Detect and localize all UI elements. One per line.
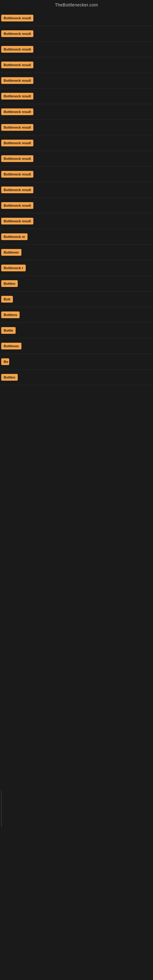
bottleneck-badge-13[interactable]: Bottleneck result <box>1 202 33 209</box>
site-title: TheBottlenecker.com <box>0 0 153 10</box>
bottleneck-badge-20[interactable]: Bottlens <box>1 312 19 318</box>
bottleneck-row-13: Bottleneck result <box>0 198 153 213</box>
bottleneck-badge-7[interactable]: Bottleneck result <box>1 108 33 115</box>
bottleneck-row-3: Bottleneck result <box>0 41 153 57</box>
bottleneck-badge-10[interactable]: Bottleneck result <box>1 155 33 162</box>
bottleneck-row-6: Bottleneck result <box>0 89 153 104</box>
bottleneck-row-18: Bottlen <box>0 276 153 291</box>
bottleneck-badge-17[interactable]: Bottleneck r <box>1 265 26 271</box>
bottleneck-badge-9[interactable]: Bottleneck result <box>1 140 33 146</box>
bottleneck-badge-2[interactable]: Bottleneck result <box>1 30 33 37</box>
bottleneck-row-10: Bottleneck result <box>0 151 153 167</box>
bottleneck-row-17: Bottleneck r <box>0 260 153 276</box>
bottleneck-row-24: Bottlen <box>0 370 153 385</box>
bottleneck-badge-3[interactable]: Bottleneck result <box>1 46 33 52</box>
bottleneck-badge-18[interactable]: Bottlen <box>1 280 18 287</box>
bottleneck-badge-5[interactable]: Bottleneck result <box>1 77 33 84</box>
bottleneck-badge-1[interactable]: Bottleneck result <box>1 15 33 21</box>
bottleneck-badge-8[interactable]: Bottleneck result <box>1 124 33 131</box>
bottleneck-row-1: Bottleneck result <box>0 10 153 26</box>
bottleneck-row-16: Bottlenec <box>0 245 153 260</box>
bottleneck-badge-11[interactable]: Bottleneck result <box>1 171 33 178</box>
bottleneck-row-20: Bottlens <box>0 307 153 323</box>
bottleneck-row-12: Bottleneck result <box>0 182 153 198</box>
bottleneck-row-4: Bottleneck result <box>0 57 153 73</box>
bottleneck-badge-19[interactable]: Bott <box>1 296 13 302</box>
bottleneck-row-5: Bottleneck result <box>0 73 153 89</box>
bottleneck-badge-4[interactable]: Bottleneck result <box>1 62 33 68</box>
bottleneck-badge-6[interactable]: Bottleneck result <box>1 93 33 100</box>
bottleneck-badge-14[interactable]: Bottleneck result <box>1 218 33 224</box>
site-header: TheBottlenecker.com <box>0 0 153 10</box>
bottleneck-row-8: Bottleneck result <box>0 120 153 135</box>
bottleneck-badge-12[interactable]: Bottleneck result <box>1 186 33 193</box>
bottleneck-row-15: Bottleneck re <box>0 229 153 245</box>
bottleneck-row-9: Bottleneck result <box>0 135 153 151</box>
bottleneck-row-11: Bottleneck result <box>0 167 153 182</box>
bottleneck-badge-16[interactable]: Bottlenec <box>1 249 21 256</box>
bottleneck-badge-22[interactable]: Bottlenec <box>1 343 21 350</box>
bottleneck-row-22: Bottlenec <box>0 339 153 354</box>
bottleneck-row-21: Bottle <box>0 323 153 339</box>
bottleneck-row-7: Bottleneck result <box>0 104 153 120</box>
bottleneck-badge-23[interactable]: Bo <box>1 358 9 365</box>
bottleneck-row-14: Bottleneck result <box>0 213 153 229</box>
rows-container: Bottleneck resultBottleneck resultBottle… <box>0 10 153 385</box>
bottleneck-badge-21[interactable]: Bottle <box>1 327 16 334</box>
vertical-line <box>1 790 2 827</box>
bottleneck-badge-24[interactable]: Bottlen <box>1 374 18 381</box>
bottleneck-row-19: Bott <box>0 291 153 307</box>
bottleneck-row-2: Bottleneck result <box>0 26 153 41</box>
bottleneck-badge-15[interactable]: Bottleneck re <box>1 233 27 240</box>
bottleneck-row-23: Bo <box>0 354 153 370</box>
